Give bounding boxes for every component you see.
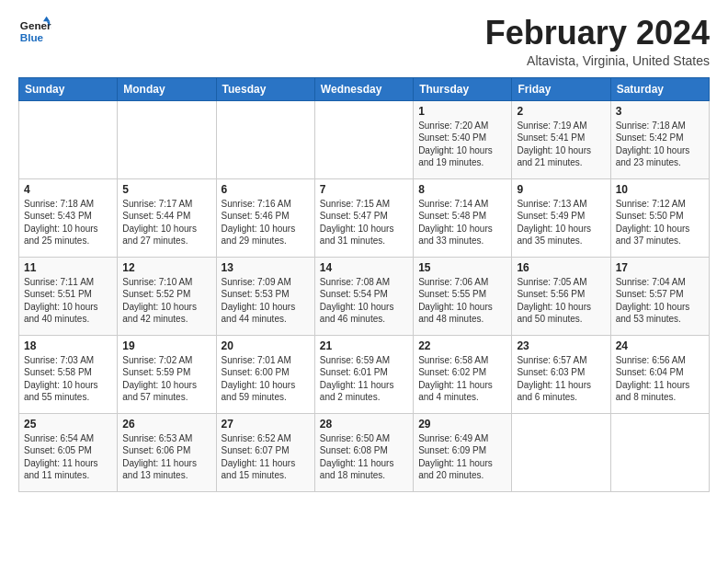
- logo: General Blue: [18, 15, 51, 48]
- cell-info-text: Sunrise: 7:17 AM Sunset: 5:44 PM Dayligh…: [122, 198, 210, 247]
- weekday-header-saturday: Saturday: [610, 77, 709, 100]
- day-number: 1: [418, 105, 506, 118]
- calendar-cell: 28Sunrise: 6:50 AM Sunset: 6:08 PM Dayli…: [314, 413, 413, 491]
- cell-info-text: Sunrise: 7:11 AM Sunset: 5:51 PM Dayligh…: [24, 276, 112, 326]
- calendar-cell: 17Sunrise: 7:04 AM Sunset: 5:57 PM Dayli…: [610, 257, 709, 335]
- calendar-week-row: 4Sunrise: 7:18 AM Sunset: 5:43 PM Daylig…: [19, 178, 710, 257]
- calendar-cell: 2Sunrise: 7:19 AM Sunset: 5:41 PM Daylig…: [512, 100, 610, 178]
- calendar-cell: [314, 100, 413, 178]
- cell-info-text: Sunrise: 7:01 AM Sunset: 6:00 PM Dayligh…: [222, 354, 310, 404]
- cell-info-text: Sunrise: 7:12 AM Sunset: 5:50 PM Dayligh…: [616, 198, 704, 247]
- day-number: 4: [24, 183, 112, 196]
- day-number: 9: [517, 183, 605, 196]
- day-number: 18: [24, 339, 112, 352]
- cell-info-text: Sunrise: 7:16 AM Sunset: 5:46 PM Dayligh…: [222, 198, 310, 247]
- cell-info-text: Sunrise: 7:08 AM Sunset: 5:54 PM Dayligh…: [320, 276, 408, 326]
- calendar-cell: 16Sunrise: 7:05 AM Sunset: 5:56 PM Dayli…: [512, 257, 610, 335]
- calendar-cell: 4Sunrise: 7:18 AM Sunset: 5:43 PM Daylig…: [19, 178, 118, 257]
- calendar-table: SundayMondayTuesdayWednesdayThursdayFrid…: [18, 77, 710, 492]
- day-number: 5: [122, 183, 210, 196]
- calendar-week-row: 1Sunrise: 7:20 AM Sunset: 5:40 PM Daylig…: [19, 100, 710, 178]
- day-number: 3: [616, 105, 704, 118]
- cell-info-text: Sunrise: 7:14 AM Sunset: 5:48 PM Dayligh…: [418, 198, 506, 247]
- calendar-cell: 8Sunrise: 7:14 AM Sunset: 5:48 PM Daylig…: [414, 178, 512, 257]
- calendar-cell: 13Sunrise: 7:09 AM Sunset: 5:53 PM Dayli…: [216, 257, 314, 335]
- calendar-cell: 27Sunrise: 6:52 AM Sunset: 6:07 PM Dayli…: [216, 413, 314, 491]
- cell-info-text: Sunrise: 7:03 AM Sunset: 5:58 PM Dayligh…: [24, 354, 112, 404]
- calendar-cell: [610, 413, 709, 491]
- calendar-cell: 10Sunrise: 7:12 AM Sunset: 5:50 PM Dayli…: [610, 178, 709, 257]
- calendar-cell: 9Sunrise: 7:13 AM Sunset: 5:49 PM Daylig…: [512, 178, 610, 257]
- day-number: 27: [222, 418, 310, 431]
- cell-info-text: Sunrise: 6:50 AM Sunset: 6:08 PM Dayligh…: [320, 432, 408, 482]
- cell-info-text: Sunrise: 6:53 AM Sunset: 6:06 PM Dayligh…: [122, 432, 210, 482]
- day-number: 19: [122, 339, 210, 352]
- calendar-cell: 1Sunrise: 7:20 AM Sunset: 5:40 PM Daylig…: [414, 100, 512, 178]
- cell-info-text: Sunrise: 7:05 AM Sunset: 5:56 PM Dayligh…: [517, 276, 605, 326]
- calendar-week-row: 25Sunrise: 6:54 AM Sunset: 6:05 PM Dayli…: [19, 413, 710, 491]
- header: General Blue February 2024 Altavista, Vi…: [18, 15, 710, 68]
- day-number: 24: [616, 339, 704, 352]
- cell-info-text: Sunrise: 6:57 AM Sunset: 6:03 PM Dayligh…: [517, 354, 605, 404]
- calendar-cell: [216, 100, 314, 178]
- weekday-header-row: SundayMondayTuesdayWednesdayThursdayFrid…: [19, 77, 710, 100]
- calendar-cell: 18Sunrise: 7:03 AM Sunset: 5:58 PM Dayli…: [19, 335, 118, 413]
- calendar-week-row: 18Sunrise: 7:03 AM Sunset: 5:58 PM Dayli…: [19, 335, 710, 413]
- cell-info-text: Sunrise: 7:20 AM Sunset: 5:40 PM Dayligh…: [418, 120, 506, 169]
- day-number: 13: [222, 261, 310, 274]
- cell-info-text: Sunrise: 7:15 AM Sunset: 5:47 PM Dayligh…: [320, 198, 408, 247]
- day-number: 25: [24, 418, 112, 431]
- day-number: 16: [517, 261, 605, 274]
- cell-info-text: Sunrise: 6:56 AM Sunset: 6:04 PM Dayligh…: [616, 354, 704, 404]
- day-number: 22: [418, 339, 506, 352]
- day-number: 10: [616, 183, 704, 196]
- cell-info-text: Sunrise: 7:09 AM Sunset: 5:53 PM Dayligh…: [222, 276, 310, 326]
- day-number: 6: [222, 183, 310, 196]
- calendar-cell: 11Sunrise: 7:11 AM Sunset: 5:51 PM Dayli…: [19, 257, 118, 335]
- cell-info-text: Sunrise: 7:06 AM Sunset: 5:55 PM Dayligh…: [418, 276, 506, 326]
- weekday-header-thursday: Thursday: [414, 77, 512, 100]
- cell-info-text: Sunrise: 7:13 AM Sunset: 5:49 PM Dayligh…: [517, 198, 605, 247]
- cell-info-text: Sunrise: 7:10 AM Sunset: 5:52 PM Dayligh…: [122, 276, 210, 326]
- title-area: February 2024 Altavista, Virginia, Unite…: [485, 15, 710, 68]
- day-number: 8: [418, 183, 506, 196]
- cell-info-text: Sunrise: 6:58 AM Sunset: 6:02 PM Dayligh…: [418, 354, 506, 404]
- day-number: 21: [320, 339, 408, 352]
- calendar-cell: 15Sunrise: 7:06 AM Sunset: 5:55 PM Dayli…: [414, 257, 512, 335]
- day-number: 28: [320, 418, 408, 431]
- cell-info-text: Sunrise: 6:59 AM Sunset: 6:01 PM Dayligh…: [320, 354, 408, 404]
- day-number: 26: [122, 418, 210, 431]
- logo-icon: General Blue: [18, 15, 51, 48]
- calendar-cell: 5Sunrise: 7:17 AM Sunset: 5:44 PM Daylig…: [118, 178, 216, 257]
- weekday-header-friday: Friday: [512, 77, 610, 100]
- calendar-cell: 26Sunrise: 6:53 AM Sunset: 6:06 PM Dayli…: [118, 413, 216, 491]
- location-title: Altavista, Virginia, United States: [485, 53, 710, 68]
- calendar-cell: 14Sunrise: 7:08 AM Sunset: 5:54 PM Dayli…: [314, 257, 413, 335]
- cell-info-text: Sunrise: 7:18 AM Sunset: 5:43 PM Dayligh…: [24, 198, 112, 247]
- calendar-cell: [512, 413, 610, 491]
- cell-info-text: Sunrise: 6:54 AM Sunset: 6:05 PM Dayligh…: [24, 432, 112, 482]
- calendar-cell: [19, 100, 118, 178]
- cell-info-text: Sunrise: 6:49 AM Sunset: 6:09 PM Dayligh…: [418, 432, 506, 482]
- weekday-header-monday: Monday: [118, 77, 216, 100]
- calendar-cell: 12Sunrise: 7:10 AM Sunset: 5:52 PM Dayli…: [118, 257, 216, 335]
- day-number: 12: [122, 261, 210, 274]
- weekday-header-sunday: Sunday: [19, 77, 118, 100]
- cell-info-text: Sunrise: 7:04 AM Sunset: 5:57 PM Dayligh…: [616, 276, 704, 326]
- svg-text:Blue: Blue: [20, 31, 44, 43]
- cell-info-text: Sunrise: 7:02 AM Sunset: 5:59 PM Dayligh…: [122, 354, 210, 404]
- day-number: 7: [320, 183, 408, 196]
- day-number: 17: [616, 261, 704, 274]
- calendar-cell: 19Sunrise: 7:02 AM Sunset: 5:59 PM Dayli…: [118, 335, 216, 413]
- cell-info-text: Sunrise: 6:52 AM Sunset: 6:07 PM Dayligh…: [222, 432, 310, 482]
- calendar-week-row: 11Sunrise: 7:11 AM Sunset: 5:51 PM Dayli…: [19, 257, 710, 335]
- day-number: 15: [418, 261, 506, 274]
- cell-info-text: Sunrise: 7:18 AM Sunset: 5:42 PM Dayligh…: [616, 120, 704, 169]
- calendar-cell: 7Sunrise: 7:15 AM Sunset: 5:47 PM Daylig…: [314, 178, 413, 257]
- day-number: 2: [517, 105, 605, 118]
- calendar-cell: 6Sunrise: 7:16 AM Sunset: 5:46 PM Daylig…: [216, 178, 314, 257]
- calendar-cell: 24Sunrise: 6:56 AM Sunset: 6:04 PM Dayli…: [610, 335, 709, 413]
- calendar-cell: 25Sunrise: 6:54 AM Sunset: 6:05 PM Dayli…: [19, 413, 118, 491]
- weekday-header-wednesday: Wednesday: [314, 77, 413, 100]
- calendar-cell: 20Sunrise: 7:01 AM Sunset: 6:00 PM Dayli…: [216, 335, 314, 413]
